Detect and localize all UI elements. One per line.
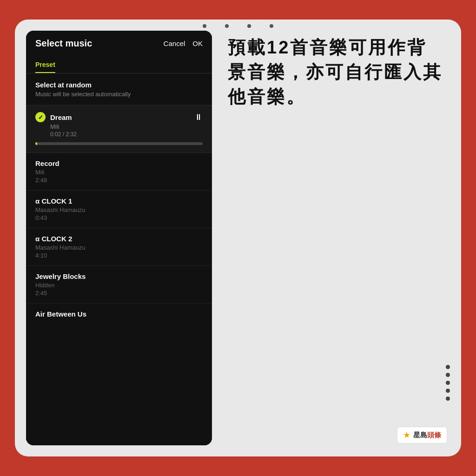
dot-4	[270, 24, 273, 28]
music-item-jewelry[interactable]: Jewelry Blocks Hidden 2:45	[26, 266, 212, 304]
dot-r-1	[446, 365, 450, 369]
dream-time: 0:02 / 2:32	[35, 131, 203, 138]
music-item-clock1[interactable]: α CLOCK 1 Masashi Hamauzu 0:43	[26, 191, 212, 228]
tabs-bar: Preset	[26, 56, 212, 73]
app-header: Select music Cancel OK	[26, 31, 212, 56]
selected-check-icon	[35, 112, 46, 122]
progress-bar-fill	[35, 142, 37, 145]
phone-panel: Select music Cancel OK Preset Select at …	[26, 31, 212, 445]
top-dots	[15, 24, 461, 28]
dream-title-row: Dream	[35, 112, 72, 122]
dot-2	[225, 24, 229, 28]
music-item-record[interactable]: Record Mili 2:48	[26, 153, 212, 191]
brand-text: 星島頭條	[413, 431, 441, 440]
music-item-clock2[interactable]: α CLOCK 2 Masashi Hamauzu 4:10	[26, 228, 212, 266]
cancel-button[interactable]: Cancel	[164, 40, 185, 47]
total-time: 2:32	[66, 131, 76, 138]
branding: ★ 星島頭條	[397, 427, 447, 443]
dot-r-4	[446, 389, 450, 393]
current-time: 0:02	[50, 131, 61, 138]
dream-title: Dream	[50, 113, 72, 121]
ok-button[interactable]: OK	[192, 40, 203, 47]
clock2-name: α CLOCK 2	[35, 235, 203, 243]
clock1-duration: 0:43	[35, 214, 203, 221]
text-panel: 預載12首音樂可用作背景音樂，亦可自行匯入其他音樂。	[223, 31, 450, 445]
jewelry-name: Jewelry Blocks	[35, 272, 203, 280]
record-artist: Mili	[35, 169, 203, 176]
brand-text1: 星島	[413, 431, 427, 439]
progress-bar[interactable]	[35, 142, 203, 145]
dot-r-3	[446, 381, 450, 385]
record-name: Record	[35, 159, 203, 167]
select-random-title: Select at random	[35, 81, 203, 89]
select-random-item[interactable]: Select at random Music will be selected …	[26, 73, 212, 106]
music-item-air[interactable]: Air Between Us	[26, 304, 212, 326]
clock1-name: α CLOCK 1	[35, 197, 203, 205]
brand-star-icon: ★	[403, 430, 410, 440]
outer-container: Select music Cancel OK Preset Select at …	[15, 20, 461, 456]
dot-3	[247, 24, 251, 28]
clock2-artist: Masashi Hamauzu	[35, 244, 203, 251]
record-duration: 2:48	[35, 177, 203, 184]
dream-artist: Mili	[35, 123, 203, 130]
dots-right	[446, 365, 450, 401]
dot-r-5	[446, 397, 450, 401]
air-name: Air Between Us	[35, 310, 203, 318]
jewelry-duration: 2:45	[35, 290, 203, 297]
header-actions: Cancel OK	[164, 40, 203, 47]
dream-item[interactable]: Dream ⏸ Mili 0:02 / 2:32	[26, 106, 212, 153]
jewelry-artist: Hidden	[35, 282, 203, 289]
clock1-artist: Masashi Hamauzu	[35, 206, 203, 213]
clock2-duration: 4:10	[35, 252, 203, 259]
cjk-description: 預載12首音樂可用作背景音樂，亦可自行匯入其他音樂。	[228, 35, 445, 110]
brand-text2: 頭條	[427, 431, 441, 439]
dot-r-2	[446, 373, 450, 377]
select-random-subtitle: Music will be selected automatically	[35, 91, 203, 98]
pause-button[interactable]: ⏸	[194, 112, 203, 122]
tab-preset[interactable]: Preset	[35, 56, 55, 73]
music-list: Select at random Music will be selected …	[26, 73, 212, 445]
dream-header: Dream ⏸	[35, 112, 203, 122]
brand-badge: ★ 星島頭條	[397, 427, 447, 443]
dot-1	[203, 24, 206, 28]
app-title: Select music	[35, 38, 92, 49]
